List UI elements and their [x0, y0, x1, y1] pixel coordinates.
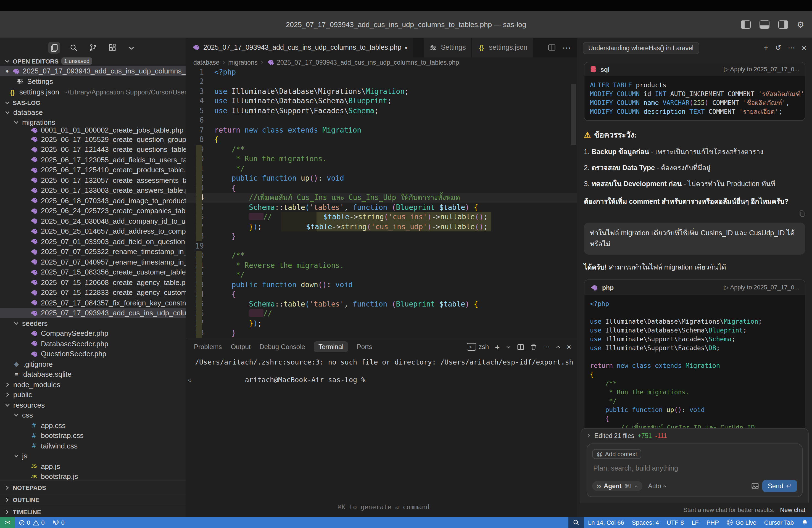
tree-file[interactable]: 2025_07_15_120608_create_agency_table.ph…: [0, 277, 186, 288]
editor-tab[interactable]: 2025_07_17_093943_add_cus_ins_udp_column…: [186, 38, 414, 57]
tree-file[interactable]: 2025_07_07_025322_rename_timestamp_in_us…: [0, 247, 186, 257]
code-line-25[interactable]: 25 Schema::table('tables', function (Blu…: [186, 299, 577, 309]
code-line-24[interactable]: 24 {: [186, 290, 577, 299]
tree-file[interactable]: 2025_07_07_040957_rename_timestamp_in_mu…: [0, 257, 186, 267]
language-mode[interactable]: PHP: [702, 519, 723, 526]
tree-file[interactable]: DatabaseSeeder.php: [0, 339, 186, 349]
code-line-17[interactable]: 17 });$table->string('cus_ins_udp')->nul…: [186, 222, 577, 232]
code-line-6[interactable]: 6: [186, 116, 577, 126]
explorer-icon[interactable]: [48, 42, 60, 54]
breadcrumb-item[interactable]: migrations: [228, 59, 257, 66]
panel-tab-debug-console[interactable]: Debug Console: [259, 343, 305, 351]
code-line-13[interactable]: 13 {: [186, 184, 577, 193]
panel-tab-ports[interactable]: Ports: [357, 343, 372, 351]
panel-tab-output[interactable]: Output: [231, 343, 250, 351]
tree-file[interactable]: #app.css: [0, 420, 186, 430]
tree-file[interactable]: #bootstrap.css: [0, 430, 186, 441]
panel-tab-problems[interactable]: Problems: [194, 343, 222, 351]
tree-file[interactable]: #tailwind.css: [0, 441, 186, 451]
tree-file[interactable]: 2025_06_17_132057_create_assessments_tab…: [0, 175, 186, 185]
breadcrumb-item[interactable]: database: [193, 59, 220, 66]
chat-messages[interactable]: sql ▷ Apply to 2025_07_17_0... ALTER TAB…: [577, 57, 812, 428]
code-line-10[interactable]: 10 * Run the migrations.: [186, 155, 577, 164]
title-bar[interactable]: 2025_07_17_093943_add_cus_ins_udp_column…: [0, 11, 812, 38]
code-line-12[interactable]: 12 public function up(): void: [186, 174, 577, 184]
problems-indicator[interactable]: 0 0: [15, 519, 48, 526]
extensions-icon[interactable]: [106, 42, 118, 54]
tree-folder-seeders[interactable]: seeders: [0, 318, 186, 328]
source-control-icon[interactable]: [87, 42, 99, 54]
notifications-bell[interactable]: [798, 519, 812, 526]
code-line-27[interactable]: 27 });: [186, 319, 577, 328]
tree-file[interactable]: 2025_07_17_084357_fix_foreign_key_constr…: [0, 298, 186, 308]
breadcrumb[interactable]: database›migrations›2025_07_17_093943_ad…: [186, 57, 577, 68]
tree-file[interactable]: 2025_07_17_093943_add_cus_ins_udp_column…: [0, 308, 186, 318]
close-chat-icon[interactable]: ×: [801, 43, 807, 53]
cursor-position[interactable]: Ln 14, Col 66: [584, 519, 628, 526]
code-line-15[interactable]: 15 Schema::table('tables', function (Blu…: [186, 203, 577, 212]
add-context-button[interactable]: @ Add context: [592, 449, 642, 459]
code-line-9[interactable]: 9 /**: [186, 145, 577, 155]
new-chat-link[interactable]: New chat: [780, 507, 806, 513]
tree-file[interactable]: ◆.gitignore: [0, 359, 186, 369]
split-editor-icon[interactable]: [548, 44, 556, 52]
terminal-dropdown-icon[interactable]: [506, 344, 511, 350]
apply-button[interactable]: ▷ Apply to 2025_07_17_0...: [724, 284, 799, 291]
search-icon[interactable]: [68, 42, 79, 54]
tree-folder-css[interactable]: css: [0, 410, 186, 420]
tree-file[interactable]: 0001_01_01_000002_create_jobs_table.php: [0, 128, 186, 134]
code-line-20[interactable]: 20 /**: [186, 251, 577, 261]
tree-file[interactable]: 2025_06_24_025723_create_companies_table…: [0, 206, 186, 216]
chat-input-box[interactable]: @ Add context Plan, search, build anythi…: [586, 443, 802, 497]
tree-file[interactable]: CompanySeeder.php: [0, 328, 186, 339]
sidebar-section-timeline[interactable]: TIMELINE: [0, 505, 186, 517]
ports-indicator[interactable]: 0: [48, 519, 69, 526]
tree-file[interactable]: 2025_06_17_133003_create_answers_table.p…: [0, 185, 186, 195]
chat-history-icon[interactable]: ↺: [775, 44, 781, 52]
tree-file[interactable]: 2025_06_24_030048_add_company_id_to_user…: [0, 216, 186, 226]
tree-file[interactable]: ≡database.sqlite: [0, 369, 186, 379]
indentation[interactable]: Spaces: 4: [628, 519, 663, 526]
tree-file[interactable]: JSbootstrap.js: [0, 471, 186, 481]
tree-file[interactable]: 2025_06_18_070343_add_image_to_products_…: [0, 195, 186, 206]
kill-terminal-icon[interactable]: [530, 343, 537, 351]
chat-input-placeholder[interactable]: Plan, search, build anything: [593, 465, 797, 472]
remote-indicator[interactable]: ><: [0, 517, 15, 528]
code-line-8[interactable]: 8{: [186, 135, 577, 145]
code-line-3[interactable]: 3use Illuminate\Database\Migrations\Migr…: [186, 87, 577, 97]
tree-file[interactable]: 2025_06_17_121443_create_questions_table…: [0, 144, 186, 155]
tree-folder-resources[interactable]: resources: [0, 400, 186, 410]
code-line-11[interactable]: 11 */: [186, 164, 577, 174]
tree-folder-database[interactable]: database: [0, 107, 186, 117]
model-selector[interactable]: Auto: [648, 483, 666, 489]
send-button[interactable]: Send ↵: [762, 480, 797, 492]
agent-mode-selector[interactable]: ∞ Agent ⌘I: [592, 481, 642, 491]
panel-tab-terminal[interactable]: Terminal: [314, 342, 348, 353]
code-line-1[interactable]: 1<?php: [186, 68, 577, 77]
project-section-header[interactable]: SAS-LOG: [0, 97, 186, 107]
encoding[interactable]: UTF-8: [663, 519, 688, 526]
go-live-button[interactable]: Go Live: [723, 519, 760, 526]
toggle-panel-icon[interactable]: [759, 20, 769, 28]
close-panel-icon[interactable]: ×: [567, 343, 571, 352]
tree-file[interactable]: 2025_07_15_122833_create_agency_customer…: [0, 288, 186, 298]
tree-folder-js[interactable]: js: [0, 451, 186, 461]
shell-indicator[interactable]: >_ zsh: [467, 343, 489, 351]
code-editor[interactable]: 1<?php23use Illuminate\Database\Migratio…: [186, 68, 577, 339]
split-terminal-icon[interactable]: [517, 343, 524, 351]
attach-image-icon[interactable]: [751, 482, 759, 490]
inline-ai-suggestion[interactable]: $table->string('cus_ins')->nullable();: [281, 212, 491, 222]
tree-file[interactable]: 2025_06_25_014657_add_address_to_compani…: [0, 226, 186, 236]
tree-folder-public[interactable]: public: [0, 390, 186, 400]
code-line-2[interactable]: 2: [186, 77, 577, 87]
zoom-indicator[interactable]: [569, 517, 584, 528]
tree-file[interactable]: 2025_06_17_125410_create_products_table.…: [0, 165, 186, 175]
editor-tab[interactable]: Settings: [424, 38, 472, 57]
toggle-secondary-sidebar-icon[interactable]: [778, 20, 788, 28]
code-line-7[interactable]: 7return new class extends Migration: [186, 126, 577, 135]
tree-folder-migrations[interactable]: migrations: [0, 117, 186, 128]
sidebar-section-outline[interactable]: OUTLINE: [0, 493, 186, 505]
tree-folder-node_modules[interactable]: node_modules: [0, 379, 186, 390]
new-terminal-icon[interactable]: +: [495, 342, 500, 352]
code-line-26[interactable]: 26 //: [186, 309, 577, 319]
